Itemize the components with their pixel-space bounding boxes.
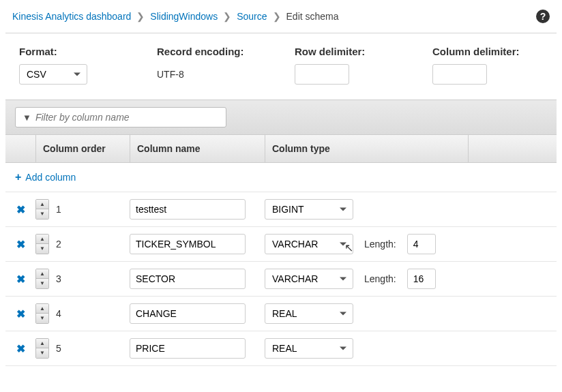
- column-type-select[interactable]: REAL: [265, 338, 353, 359]
- header-column-name: Column name: [130, 135, 265, 162]
- order-value: 1: [56, 204, 61, 215]
- column-type-select[interactable]: VARCHAR: [265, 269, 353, 289]
- breadcrumb-link[interactable]: SlidingWindows: [150, 11, 218, 22]
- column-delimiter-input[interactable]: [432, 64, 487, 85]
- remove-row-button[interactable]: ✖: [5, 238, 35, 251]
- column-name-input[interactable]: [130, 303, 246, 324]
- order-stepper[interactable]: ▲ ▼: [35, 269, 49, 289]
- remove-row-button[interactable]: ✖: [5, 203, 35, 216]
- remove-row-button[interactable]: ✖: [5, 273, 35, 286]
- add-column-label: Add column: [25, 172, 76, 183]
- step-down-icon[interactable]: ▼: [36, 348, 48, 358]
- column-type-select[interactable]: VARCHAR: [265, 234, 353, 254]
- column-type-select[interactable]: BIGINT: [265, 199, 353, 220]
- encoding-label: Record encoding:: [157, 46, 267, 57]
- order-stepper[interactable]: ▲ ▼: [35, 199, 49, 220]
- column-name-input[interactable]: [130, 234, 246, 254]
- order-value: 5: [56, 343, 61, 354]
- table-row: ✖ ▲ ▼ 5 REAL: [5, 331, 557, 366]
- step-up-icon[interactable]: ▲: [36, 304, 48, 314]
- remove-row-button[interactable]: ✖: [5, 342, 35, 355]
- encoding-value: UTF-8: [157, 64, 267, 80]
- column-name-input[interactable]: [130, 199, 246, 220]
- step-up-icon[interactable]: ▲: [36, 339, 48, 348]
- table-header: Column order Column name Column type: [5, 135, 557, 163]
- header-column-type: Column type: [265, 135, 468, 162]
- schema-settings-row: Format: CSV Record encoding: UTF-8 Row d…: [5, 33, 557, 100]
- add-column-button[interactable]: + Add column: [15, 171, 76, 183]
- breadcrumb-link[interactable]: Source: [237, 11, 267, 22]
- length-input[interactable]: [407, 234, 436, 254]
- step-down-icon[interactable]: ▼: [36, 279, 48, 288]
- table-row: ✖ ▲ ▼ 3 VARCHAR Length:: [5, 262, 557, 297]
- step-up-icon[interactable]: ▲: [36, 269, 48, 279]
- length-label: Length:: [364, 239, 396, 250]
- table-row: ✖ ▲ ▼ 1 BIGINT: [5, 192, 557, 227]
- chevron-right-icon: ❯: [273, 11, 281, 22]
- order-value: 2: [56, 239, 61, 250]
- step-down-icon[interactable]: ▼: [36, 244, 48, 254]
- column-name-input[interactable]: [130, 269, 246, 289]
- step-down-icon[interactable]: ▼: [36, 209, 48, 219]
- column-name-input[interactable]: [130, 338, 246, 359]
- header-column-order: Column order: [35, 135, 130, 162]
- filter-bar: ▼: [5, 100, 557, 135]
- chevron-right-icon: ❯: [223, 11, 231, 22]
- order-stepper[interactable]: ▲ ▼: [35, 303, 49, 324]
- order-value: 3: [56, 273, 61, 284]
- breadcrumb-current: Edit schema: [286, 11, 339, 22]
- step-up-icon[interactable]: ▲: [36, 200, 48, 209]
- filter-icon: ▼: [23, 112, 31, 123]
- order-stepper[interactable]: ▲ ▼: [35, 234, 49, 254]
- row-delimiter-input[interactable]: [295, 64, 349, 85]
- length-label: Length:: [364, 273, 396, 284]
- plus-icon: +: [15, 171, 21, 183]
- row-delimiter-label: Row delimiter:: [295, 46, 405, 57]
- length-input[interactable]: [407, 269, 436, 289]
- table-row: ✖ ▲ ▼ 4 REAL: [5, 297, 557, 331]
- breadcrumb: Kinesis Analytics dashboard ❯ SlidingWin…: [5, 5, 557, 33]
- step-up-icon[interactable]: ▲: [36, 235, 48, 244]
- step-down-icon[interactable]: ▼: [36, 314, 48, 323]
- table-row: ✖ ▲ ▼ 2 VARCHAR Length:: [5, 227, 557, 262]
- format-select[interactable]: CSV: [19, 64, 87, 85]
- format-label: Format:: [19, 46, 130, 57]
- column-delimiter-label: Column delimiter:: [432, 46, 543, 57]
- order-value: 4: [56, 308, 61, 319]
- breadcrumb-link[interactable]: Kinesis Analytics dashboard: [12, 11, 131, 22]
- order-stepper[interactable]: ▲ ▼: [35, 338, 49, 359]
- remove-row-button[interactable]: ✖: [5, 307, 35, 320]
- filter-input[interactable]: [35, 112, 219, 123]
- column-type-select[interactable]: REAL: [265, 303, 353, 324]
- help-icon[interactable]: ?: [536, 10, 550, 23]
- chevron-right-icon: ❯: [136, 11, 145, 22]
